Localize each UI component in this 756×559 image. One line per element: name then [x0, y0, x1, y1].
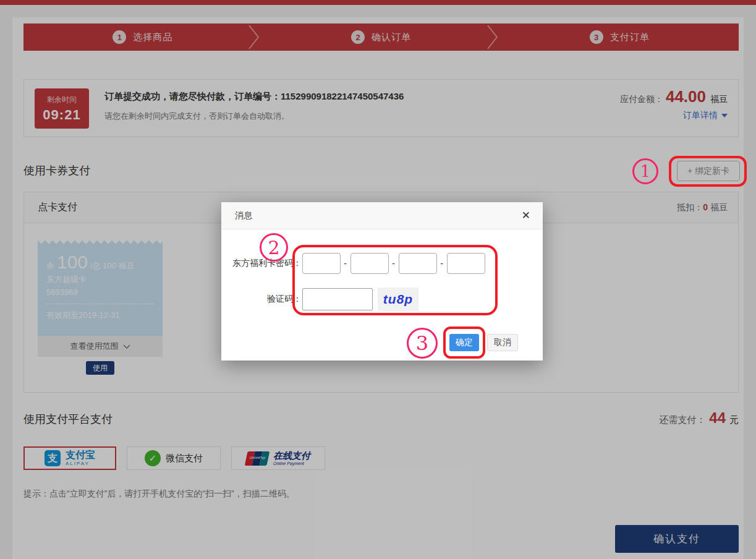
segment-separator: - [389, 258, 398, 268]
card-password-segment-2[interactable] [350, 253, 389, 274]
segment-separator: - [437, 258, 446, 268]
close-icon[interactable]: ✕ [522, 210, 530, 221]
dialog-header: 消息 ✕ [221, 202, 543, 229]
captcha-label: 验证码： [221, 294, 302, 305]
card-password-segment-3[interactable] [399, 253, 437, 274]
message-dialog: 消息 ✕ 东方福利卡密码： - - - 验证码： tu8p 确定 取消 [221, 202, 543, 361]
segment-separator: - [341, 258, 350, 268]
dialog-title: 消息 [235, 210, 252, 221]
card-password-label: 东方福利卡密码： [221, 258, 302, 269]
captcha-input[interactable] [302, 288, 373, 310]
card-password-row: 东方福利卡密码： - - - [221, 253, 485, 274]
dialog-footer: 确定 取消 [449, 334, 518, 351]
ok-button[interactable]: 确定 [449, 334, 479, 351]
card-password-segment-4[interactable] [447, 253, 485, 274]
card-password-segment-1[interactable] [302, 253, 341, 274]
cancel-button[interactable]: 取消 [487, 334, 518, 351]
captcha-image[interactable]: tu8p [378, 288, 418, 311]
captcha-text: tu8p [383, 292, 413, 307]
captcha-row: 验证码： tu8p [221, 288, 418, 311]
